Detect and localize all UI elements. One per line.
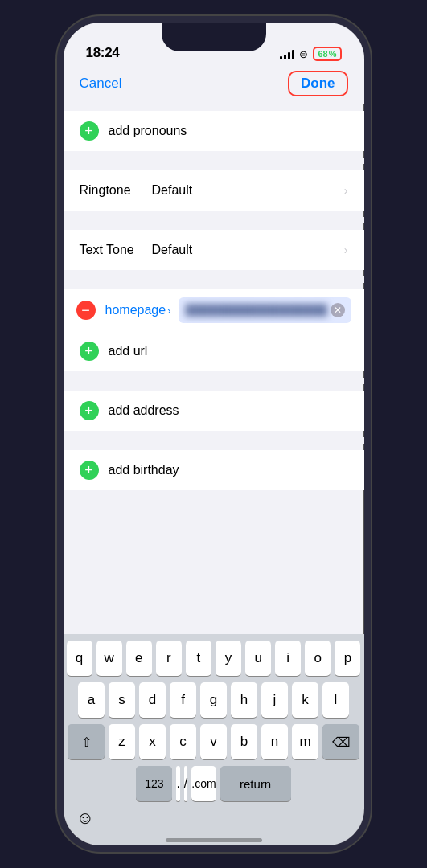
url-section: − homepage › ████████████████████████ ✕ …: [64, 289, 364, 371]
add-birthday-label: add birthday: [109, 463, 179, 477]
separator-5: [64, 437, 364, 444]
add-address-label: add address: [109, 403, 179, 418]
homepage-row[interactable]: − homepage › ████████████████████████ ✕: [64, 289, 364, 331]
text-tone-value: Default: [152, 243, 193, 257]
key-x[interactable]: x: [139, 724, 166, 760]
text-tone-chevron-icon: ›: [344, 244, 348, 256]
url-clear-icon[interactable]: ✕: [331, 303, 345, 317]
ringtone-chevron-icon: ›: [344, 184, 348, 197]
key-s[interactable]: s: [109, 682, 135, 718]
key-z[interactable]: z: [109, 724, 135, 760]
phone-frame: 18:24 ⊜ 68% Cancel Done + add pronouns: [57, 16, 371, 852]
delete-key[interactable]: ⌫: [322, 724, 359, 760]
keyboard: q w e r t y u i o p a s d f g h j k l ⇧ …: [64, 634, 364, 845]
keyboard-row-3: ⇧ z x c v b n m ⌫: [67, 724, 361, 760]
key-o[interactable]: o: [305, 641, 331, 676]
key-h[interactable]: h: [231, 682, 257, 718]
birthday-section: + add birthday: [64, 450, 364, 490]
key-q[interactable]: q: [67, 641, 92, 676]
ringtone-label: Ringtone: [80, 183, 152, 198]
ringtone-value: Default: [152, 183, 193, 198]
wifi-icon: ⊜: [299, 48, 308, 60]
remove-homepage-icon[interactable]: −: [76, 301, 96, 320]
url-value: ████████████████████████: [185, 304, 326, 317]
key-c[interactable]: c: [170, 724, 196, 760]
key-d[interactable]: d: [139, 682, 166, 718]
done-button[interactable]: Done: [288, 71, 348, 96]
add-url-label: add url: [109, 344, 148, 358]
text-tone-section: Text Tone Default ›: [64, 230, 364, 270]
separator-4: [64, 378, 364, 384]
ringtone-section: Ringtone Default ›: [64, 170, 364, 211]
slash-key[interactable]: /: [184, 766, 187, 801]
battery-icon: 68%: [313, 47, 341, 61]
url-input[interactable]: ████████████████████████ ✕: [179, 297, 351, 323]
key-t[interactable]: t: [186, 641, 211, 676]
nav-bar: Cancel Done: [64, 66, 364, 104]
dot-key[interactable]: .: [176, 766, 179, 801]
cancel-button[interactable]: Cancel: [80, 76, 122, 92]
status-time: 18:24: [86, 45, 120, 61]
homepage-label: homepage: [105, 303, 166, 317]
add-pronouns-row[interactable]: + add pronouns: [64, 111, 364, 151]
notch: [162, 23, 266, 51]
text-tone-row[interactable]: Text Tone Default ›: [64, 230, 364, 270]
key-u[interactable]: u: [245, 641, 271, 676]
homepage-chevron-icon: ›: [167, 305, 170, 317]
add-url-row[interactable]: + add url: [64, 331, 364, 371]
add-birthday-icon: +: [80, 461, 99, 480]
key-e[interactable]: e: [126, 641, 152, 676]
keyboard-row-1: q w e r t y u i o p: [67, 641, 361, 676]
key-p[interactable]: p: [335, 641, 360, 676]
keyboard-row-2: a s d f g h j k l: [67, 682, 361, 718]
add-url-icon: +: [80, 342, 99, 361]
signal-bars-icon: [280, 49, 294, 59]
keyboard-emoji-row: ☺: [67, 805, 361, 835]
home-bar: [166, 838, 262, 842]
add-address-icon: +: [80, 401, 99, 420]
separator-2: [64, 217, 364, 223]
separator-1: [64, 158, 364, 164]
key-f[interactable]: f: [170, 682, 196, 718]
content-area: + add pronouns Ringtone Default › Text T…: [64, 104, 364, 497]
dotcom-key[interactable]: .com: [191, 766, 216, 801]
emoji-key[interactable]: ☺: [76, 808, 94, 829]
key-y[interactable]: y: [216, 641, 241, 676]
add-address-row[interactable]: + add address: [64, 391, 364, 431]
address-section: + add address: [64, 391, 364, 431]
status-icons: ⊜ 68%: [280, 47, 341, 61]
ringtone-row[interactable]: Ringtone Default ›: [64, 170, 364, 211]
shift-key[interactable]: ⇧: [68, 724, 105, 760]
numbers-key[interactable]: 123: [136, 766, 172, 801]
key-l[interactable]: l: [322, 682, 349, 718]
return-key[interactable]: return: [220, 766, 291, 801]
key-r[interactable]: r: [156, 641, 182, 676]
key-i[interactable]: i: [275, 641, 301, 676]
key-m[interactable]: m: [292, 724, 318, 760]
key-a[interactable]: a: [78, 682, 105, 718]
homepage-label-container: homepage ›: [105, 303, 171, 317]
add-birthday-row[interactable]: + add birthday: [64, 450, 364, 490]
keyboard-bottom-row: 123 . / .com return: [67, 766, 361, 801]
pronouns-section: + add pronouns: [64, 111, 364, 151]
key-n[interactable]: n: [261, 724, 288, 760]
key-v[interactable]: v: [200, 724, 227, 760]
text-tone-label: Text Tone: [80, 243, 152, 257]
add-pronouns-icon: +: [80, 121, 99, 141]
key-w[interactable]: w: [96, 641, 122, 676]
key-j[interactable]: j: [261, 682, 288, 718]
key-b[interactable]: b: [231, 724, 257, 760]
separator-3: [64, 276, 364, 283]
key-g[interactable]: g: [200, 682, 227, 718]
add-pronouns-label: add pronouns: [109, 124, 187, 138]
key-k[interactable]: k: [292, 682, 318, 718]
